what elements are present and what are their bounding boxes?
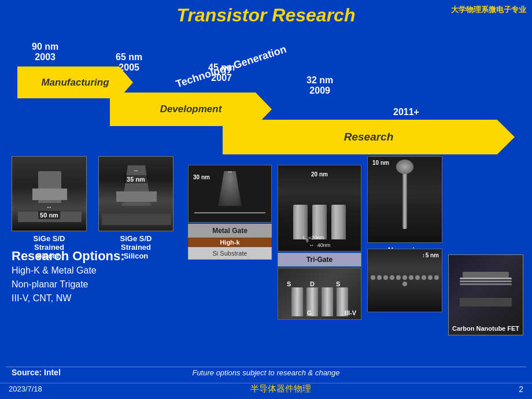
g-label: G (307, 310, 312, 316)
research-option-2: Non-planar Trigate (12, 278, 125, 291)
highk-label: High-k (220, 239, 239, 246)
research-options-title: Research Options: (12, 249, 125, 264)
label-5nm: 5 nm (426, 252, 439, 258)
research-arrow: Research (223, 120, 515, 154)
node-32nm: 32 nm 2009 (306, 75, 333, 96)
footer: 2023/7/18 半导体器件物理 2 (0, 383, 532, 394)
research-option-1: High-K & Metal Gate (12, 264, 125, 278)
university-label: 大学物理系微电子专业 (451, 5, 526, 15)
label-cnt-fet: Carbon Nanotube FET (452, 325, 519, 332)
footer-date: 2023/7/18 (9, 385, 42, 393)
label-50nm: 50 nm (40, 212, 58, 219)
s1-label: S (287, 280, 291, 287)
metal-gate-label: Metal Gate (212, 227, 247, 235)
manufacturing-label: Manufacturing (41, 77, 109, 88)
image-cnt-fet: Carbon Nanotube FET (448, 254, 523, 335)
image-5nm: ↕ 5 nm (367, 249, 442, 312)
research-label: Research (344, 131, 394, 143)
d-label: D (310, 280, 315, 287)
page-title: Transistor Research (177, 5, 356, 25)
footer-page: 2 (519, 385, 523, 394)
iiiv-label: III-V (345, 309, 356, 316)
si-substrate-label: Si Substrate (213, 250, 247, 257)
tech-generation-label: Technology Generation (175, 43, 288, 91)
node-2011: 2011+ (393, 107, 419, 117)
header: Transistor Research 大学物理系微电子专业 (0, 0, 532, 28)
label-10nm: 10 nm (372, 160, 389, 166)
image-10nm-section: 10 nm (367, 156, 442, 243)
source-label: Source: Intel (12, 368, 61, 377)
label-35nm: 35 nm (127, 176, 145, 183)
footer-center: 半导体器件物理 (42, 383, 519, 394)
footer-divider (6, 367, 526, 367)
node-90nm: 90 nm 2003 (32, 42, 58, 62)
research-options-section: Research Options: High-K & Metal Gate No… (12, 249, 125, 305)
image-35nm: ↔ 35 nm (98, 156, 173, 231)
label-sigeSd-2: SiGe S/D (98, 234, 173, 243)
trigate-section: 20 nm ↔40nm Lg=20nm Tri-Gate S D S (278, 165, 361, 298)
research-option-3: III-V, CNT, NW (12, 291, 125, 305)
label-20nm: 20 nm (311, 171, 328, 178)
label-sigeSd-1: SiGe S/D (12, 234, 87, 243)
future-label: Future options subject to research & cha… (192, 368, 339, 377)
development-label: Development (160, 104, 222, 115)
label-30nm: 30 nm (193, 174, 210, 180)
s2-label: S (336, 280, 340, 287)
trigate-label: Tri-Gate (306, 256, 332, 264)
image-50nm: ↔ 50 nm (12, 156, 87, 231)
gate-stack: ↔ 30 nm Metal Gate High-k Si Substrate (188, 165, 272, 260)
